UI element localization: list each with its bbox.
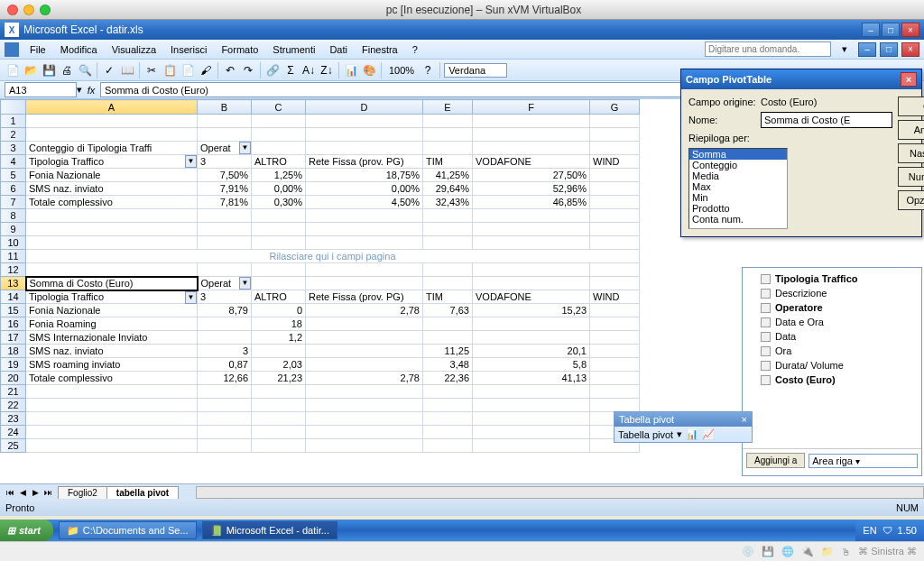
field-list-item[interactable]: Descrizione: [746, 286, 918, 300]
doc-minimize-button[interactable]: –: [858, 42, 876, 57]
col-header-E[interactable]: E: [423, 100, 473, 115]
menu-dati[interactable]: Dati: [322, 42, 355, 57]
summarize-listbox[interactable]: SommaConteggioMediaMaxMinProdottoConta n…: [688, 148, 788, 229]
summarize-option[interactable]: Conta num.: [689, 214, 787, 225]
system-tray[interactable]: EN 🛡 1.50: [855, 520, 924, 541]
dialog-nascondi-button[interactable]: Nascondi: [898, 143, 924, 163]
menu-help[interactable]: ?: [405, 42, 425, 57]
tab-nav-prev-icon[interactable]: ◀: [16, 488, 29, 497]
row-header[interactable]: 2: [1, 128, 26, 142]
dropdown-icon[interactable]: ▼: [185, 155, 197, 168]
language-indicator[interactable]: EN: [863, 525, 876, 536]
taskbar-item-explorer[interactable]: 📁 C:\Documents and Se...: [59, 521, 197, 539]
hyperlink-icon[interactable]: 🔗: [264, 62, 281, 78]
dropdown-icon[interactable]: ▼: [239, 142, 251, 154]
doc-close-button[interactable]: ×: [901, 42, 919, 57]
chart-icon[interactable]: 📊: [343, 62, 359, 78]
dialog-opzioni-button[interactable]: Opzioni >>: [898, 190, 924, 210]
row-header[interactable]: 23: [1, 412, 26, 426]
close-button[interactable]: ×: [901, 23, 919, 37]
col-header-D[interactable]: D: [306, 100, 423, 115]
area-select[interactable]: Area riga ▾: [808, 454, 918, 468]
row-header[interactable]: 20: [1, 372, 26, 385]
menu-formato[interactable]: Formato: [214, 42, 265, 57]
open-icon[interactable]: 📂: [23, 62, 39, 78]
mac-minimize-button[interactable]: [23, 5, 34, 15]
row-header[interactable]: 13: [1, 277, 26, 290]
summarize-option[interactable]: Prodotto: [689, 203, 787, 214]
col-header-B[interactable]: B: [198, 100, 252, 115]
tab-nav-first-icon[interactable]: ⏮: [4, 488, 16, 497]
zoom-combo[interactable]: 100%: [385, 65, 418, 76]
copy-icon[interactable]: 📋: [162, 62, 178, 78]
summarize-option[interactable]: Min: [689, 192, 787, 203]
col-header-G[interactable]: G: [590, 100, 640, 115]
sheet-tab-foglio2[interactable]: Foglio2: [58, 486, 107, 499]
row-header[interactable]: 21: [1, 385, 26, 399]
cut-icon[interactable]: ✂: [143, 62, 160, 78]
research-icon[interactable]: 📖: [119, 62, 135, 78]
menu-visualizza[interactable]: Visualizza: [105, 42, 163, 57]
undo-icon[interactable]: ↶: [222, 62, 238, 78]
field-list-item[interactable]: Durata/ Volume: [746, 358, 918, 372]
field-list-item[interactable]: Operatore: [746, 300, 918, 315]
pivot-chart-icon[interactable]: 📈: [702, 428, 715, 440]
drawing-icon[interactable]: 🎨: [361, 62, 377, 78]
field-list-item[interactable]: Tipologia Traffico: [746, 271, 918, 286]
summarize-option[interactable]: Somma: [689, 149, 787, 160]
field-list-item[interactable]: Costo (Euro): [746, 372, 918, 387]
sheet-tab-tabella-pivot[interactable]: tabella pivot: [106, 486, 179, 499]
row-header[interactable]: 8: [1, 209, 26, 223]
menu-file[interactable]: File: [23, 42, 53, 57]
autosum-icon[interactable]: Σ: [282, 62, 299, 78]
help-question-input[interactable]: [705, 41, 831, 57]
dialog-numero-button[interactable]: Numero...: [898, 167, 924, 187]
row-header[interactable]: 10: [1, 236, 26, 250]
menu-modifica[interactable]: Modifica: [53, 42, 105, 57]
pivot-toolbar-menu[interactable]: Tabella pivot: [618, 429, 673, 440]
sort-desc-icon[interactable]: Z↓: [319, 62, 335, 78]
help-icon[interactable]: ?: [420, 62, 436, 78]
col-header-A[interactable]: A: [26, 100, 198, 115]
row-header[interactable]: 19: [1, 358, 26, 372]
pivot-toolbar-close-icon[interactable]: ×: [742, 414, 747, 425]
minimize-button[interactable]: –: [862, 23, 880, 37]
row-header[interactable]: 1: [1, 115, 26, 128]
tray-icon[interactable]: 🛡: [882, 525, 892, 536]
row-header[interactable]: 4: [1, 155, 26, 169]
print-icon[interactable]: 🖨: [59, 62, 75, 78]
row-header[interactable]: 11: [1, 250, 26, 263]
menu-dropdown-icon[interactable]: ▾: [835, 41, 855, 57]
preview-icon[interactable]: 🔍: [77, 62, 93, 78]
field-list-item[interactable]: Data: [746, 329, 918, 344]
summarize-option[interactable]: Media: [689, 170, 787, 181]
dialog-close-button[interactable]: ×: [901, 72, 917, 87]
row-header[interactable]: 22: [1, 399, 26, 412]
field-list-item[interactable]: Data e Ora: [746, 315, 918, 329]
taskbar-item-excel[interactable]: 📗 Microsoft Excel - datir...: [202, 521, 337, 539]
menu-finestra[interactable]: Finestra: [355, 42, 405, 57]
sort-asc-icon[interactable]: A↓: [300, 62, 317, 78]
spell-icon[interactable]: ✓: [101, 62, 117, 78]
row-header[interactable]: 9: [1, 223, 26, 236]
menu-inserisci[interactable]: Inserisci: [163, 42, 214, 57]
dropdown-icon[interactable]: ▼: [185, 291, 197, 304]
start-button[interactable]: ⊞ start: [0, 520, 53, 541]
add-to-button[interactable]: Aggiungi a: [746, 453, 805, 468]
row-header[interactable]: 24: [1, 426, 26, 439]
doc-restore-button[interactable]: □: [880, 42, 898, 57]
row-header[interactable]: 12: [1, 263, 26, 277]
summarize-option[interactable]: Conteggio: [689, 160, 787, 170]
horizontal-scrollbar[interactable]: [196, 486, 924, 499]
summarize-option[interactable]: Max: [689, 181, 787, 192]
font-combo[interactable]: Verdana: [444, 63, 507, 78]
dialog-annulla-button[interactable]: Annulla: [898, 120, 924, 140]
col-header-F[interactable]: F: [473, 100, 590, 115]
fx-icon[interactable]: fx: [82, 85, 100, 96]
dialog-ok-button[interactable]: OK: [898, 97, 924, 116]
row-header[interactable]: 14: [1, 290, 26, 304]
dropdown-icon[interactable]: ▼: [239, 277, 251, 290]
field-list-item[interactable]: Ora: [746, 344, 918, 358]
pivot-wizard-icon[interactable]: 📊: [686, 428, 698, 440]
pivot-page-drop-area[interactable]: Rilasciare qui i campi pagina: [26, 250, 640, 263]
